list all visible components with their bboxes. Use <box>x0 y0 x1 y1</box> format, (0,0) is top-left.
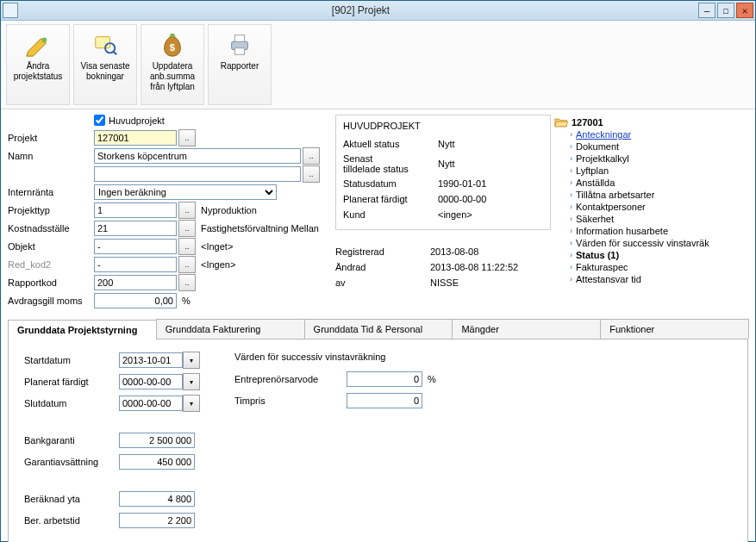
timpris-input[interactable] <box>347 393 422 408</box>
redkod-label: Red_kod2 <box>8 259 94 270</box>
aktuell-status-label: Aktuell status <box>343 139 438 149</box>
titlebar: [902] Projekt — ☐ ✕ <box>1 1 755 21</box>
tree-kontaktpersoner[interactable]: ›Kontaktpersoner <box>554 201 745 213</box>
svg-line-3 <box>113 52 116 55</box>
tab-funktioner[interactable]: Funktioner <box>600 319 749 339</box>
toolbtn-label: Rapporter <box>221 61 259 72</box>
svg-point-0 <box>42 38 47 43</box>
tree-husarbete[interactable]: ›Information husarbete <box>554 225 745 237</box>
objekt-picker[interactable]: .. <box>178 238 196 255</box>
tree-vinstavrak[interactable]: ›Värden för successiv vinstavräk <box>554 237 745 249</box>
slutdatum-dropdown[interactable]: ▾ <box>183 395 200 412</box>
rapportkod-input[interactable] <box>94 275 177 290</box>
registrerad-value: 2013-08-08 <box>430 246 478 257</box>
change-status-button[interactable]: Ändra projektstatus <box>6 24 70 105</box>
startdatum-label: Startdatum <box>24 355 119 365</box>
redkod-input[interactable] <box>94 257 177 272</box>
project-tree: 127001 ›Anteckningar ›Dokument ›Projektk… <box>551 115 748 287</box>
tree-anteckningar[interactable]: ›Anteckningar <box>554 128 745 140</box>
projekt-picker[interactable]: .. <box>178 129 196 146</box>
toolbtn-label: Uppdatera anb.summa från lyftplan <box>150 61 195 92</box>
bankgaranti-label: Bankgaranti <box>24 435 119 445</box>
minimize-button[interactable]: — <box>698 3 715 18</box>
objekt-input[interactable] <box>94 239 177 254</box>
rapportkod-picker[interactable]: .. <box>178 274 196 291</box>
reports-button[interactable]: Rapporter <box>208 24 272 105</box>
planerat-fardigt-dropdown[interactable]: ▾ <box>183 373 200 390</box>
namn2-picker[interactable]: .. <box>303 165 320 183</box>
namn2-input[interactable] <box>94 166 301 182</box>
app-window: [902] Projekt — ☐ ✕ Ändra projektstatus … <box>0 0 756 542</box>
bankgaranti-input[interactable] <box>119 433 195 448</box>
meta-block: Registrerad2013-08-08 Ändrad2013-08-08 1… <box>335 244 551 290</box>
tab-projektstyrning[interactable]: Grunddata Projektstyrning <box>8 320 157 340</box>
tree-attestansvar[interactable]: ›Attestansvar tid <box>554 273 745 285</box>
redkod-picker[interactable]: .. <box>178 256 196 273</box>
toolbar: Ändra projektstatus Visa senaste bokning… <box>1 21 755 109</box>
garantiavs-label: Garantiavsättning <box>24 457 119 467</box>
tab-mangder[interactable]: Mängder <box>452 319 601 339</box>
maximize-button[interactable]: ☐ <box>717 3 734 18</box>
tree-dokument[interactable]: ›Dokument <box>554 140 745 153</box>
internranta-select[interactable]: Ingen beräkning <box>94 184 277 200</box>
ent-unit: % <box>428 374 436 384</box>
planerat-label: Planerat färdigt <box>343 194 438 204</box>
tab-strip: Grunddata Projektstyrning Grunddata Fakt… <box>8 319 748 340</box>
kund-label: Kund <box>343 209 438 220</box>
planerat-fardigt-label: Planerat färdigt <box>24 377 119 387</box>
av-value: NISSE <box>430 277 459 288</box>
projekttyp-input[interactable] <box>94 202 177 218</box>
tree-status[interactable]: ›Status (1) <box>554 249 745 261</box>
tree-root[interactable]: 127001 <box>554 116 745 128</box>
printer-icon <box>227 32 253 58</box>
tree-arbetsarter[interactable]: ›Tillåtna arbetsarter <box>554 189 745 201</box>
succ-header: Värden för successiv vinstavräkning <box>234 352 436 362</box>
folder-open-icon <box>554 116 568 128</box>
kostnadsstalle-input[interactable] <box>94 221 177 236</box>
tree-fakturaspec[interactable]: ›Fakturaspec <box>554 261 745 273</box>
namn-label: Namn <box>8 151 94 161</box>
ent-input[interactable] <box>347 371 422 387</box>
statusdatum-value: 1990-01-01 <box>438 178 486 189</box>
projekttyp-after: Nyproduktion <box>201 205 257 215</box>
projekt-input[interactable] <box>94 130 177 146</box>
tree-sakerhet[interactable]: ›Säkerhet <box>554 213 745 225</box>
show-bookings-button[interactable]: Visa senaste bokningar <box>73 24 137 105</box>
kostnadsstalle-label: Kostnadsställe <box>8 223 94 234</box>
startdatum-input[interactable] <box>119 352 183 368</box>
tab-tid-personal[interactable]: Grunddata Tid & Personal <box>304 319 453 339</box>
close-button[interactable]: ✕ <box>736 3 753 18</box>
svg-rect-1 <box>96 37 110 48</box>
kund-value: <ingen> <box>438 209 472 220</box>
toolbtn-label: Ändra projektstatus <box>14 61 63 82</box>
tree-lyftplan[interactable]: ›Lyftplan <box>554 165 745 177</box>
tree-anstallda[interactable]: ›Anställda <box>554 177 745 189</box>
yta-label: Beräknad yta <box>24 494 119 504</box>
namn-picker[interactable]: .. <box>303 147 320 165</box>
andrad-value: 2013-08-08 11:22:52 <box>430 262 518 272</box>
slutdatum-input[interactable] <box>119 396 183 411</box>
garantiavs-input[interactable] <box>119 454 195 470</box>
kostnadsstalle-picker[interactable]: .. <box>178 220 196 237</box>
tab-fakturering[interactable]: Grunddata Fakturering <box>156 319 305 339</box>
projekttyp-picker[interactable]: .. <box>178 202 196 219</box>
objekt-label: Objekt <box>8 241 94 252</box>
projekt-label: Projekt <box>8 133 94 143</box>
ent-label: Entreprenörsarvode <box>234 374 347 384</box>
tree-projektkalkyl[interactable]: ›Projektkalkyl <box>554 153 745 165</box>
moms-input[interactable] <box>94 293 177 308</box>
planerat-fardigt-input[interactable] <box>119 374 183 389</box>
update-sum-button[interactable]: $ Uppdatera anb.summa från lyftplan <box>141 24 204 105</box>
magnifier-icon <box>92 32 118 58</box>
svg-text:$: $ <box>170 42 176 53</box>
arbetstid-input[interactable] <box>119 513 195 528</box>
window-title: [902] Projekt <box>23 4 698 16</box>
namn-input[interactable] <box>94 148 301 164</box>
yta-input[interactable] <box>119 491 195 507</box>
edit-status-icon <box>25 32 51 58</box>
startdatum-dropdown[interactable]: ▾ <box>183 352 200 369</box>
toolbtn-label: Visa senaste bokningar <box>80 61 129 82</box>
huvudprojekt-checkbox[interactable] <box>94 115 105 126</box>
system-menu-icon[interactable] <box>3 3 18 18</box>
andrad-label: Ändrad <box>335 262 430 272</box>
